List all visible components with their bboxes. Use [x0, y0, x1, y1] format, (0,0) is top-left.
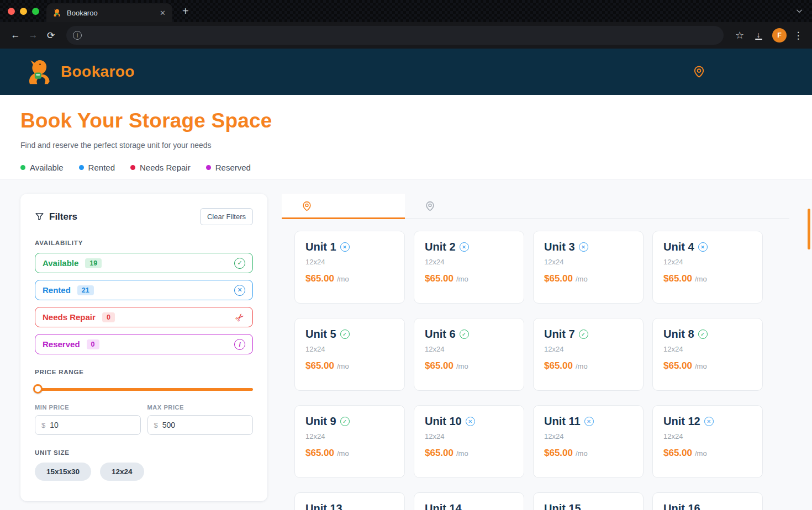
minimize-window-button[interactable] — [20, 8, 27, 15]
bookmark-star-icon[interactable]: ☆ — [730, 29, 749, 41]
filter-option-label: Needs Repair — [43, 312, 96, 322]
max-price-field[interactable]: $ — [147, 415, 254, 435]
unit-status-icon: ✓ — [340, 417, 350, 426]
unit-card[interactable]: Unit 15 — [533, 492, 644, 510]
unit-status-icon: ✓ — [460, 330, 469, 339]
unit-price-period: /mo — [337, 362, 349, 370]
unit-price-period: /mo — [337, 449, 349, 458]
filter-option[interactable]: Reserved 0 i — [35, 334, 253, 354]
legend-item: Available — [20, 163, 64, 172]
status-legend: Available Rented Needs Repair Reserved — [20, 163, 792, 172]
unit-price: $65.00 — [305, 360, 334, 371]
unit-status-icon: ✕ — [466, 417, 475, 426]
unit-card[interactable]: Unit 9 ✓ 12x24 $65.00 /mo — [294, 405, 405, 478]
unit-name: Unit 13 — [305, 502, 342, 510]
unit-card[interactable]: Unit 8 ✓ 12x24 $65.00 /mo — [652, 318, 763, 391]
tab-map-view[interactable] — [405, 194, 528, 218]
back-icon[interactable]: ← — [7, 30, 24, 41]
unit-card[interactable]: Unit 2 ✕ 12x24 $65.00 /mo — [414, 231, 524, 304]
unit-name: Unit 6 — [425, 328, 456, 341]
site-info-icon[interactable]: i — [73, 31, 82, 40]
unit-name: Unit 1 — [305, 241, 336, 253]
unit-card[interactable]: Unit 6 ✓ 12x24 $65.00 /mo — [414, 318, 524, 391]
unit-name: Unit 10 — [425, 415, 462, 428]
unit-size: 12x24 — [544, 258, 632, 266]
unit-price-period: /mo — [456, 275, 468, 283]
unit-card[interactable]: Unit 13 — [294, 492, 405, 510]
unit-size: 12x24 — [425, 258, 513, 266]
legend-dot — [20, 165, 25, 170]
unit-card[interactable]: Unit 16 — [652, 492, 763, 510]
unit-card[interactable]: Unit 5 ✓ 12x24 $65.00 /mo — [294, 318, 405, 391]
filter-option[interactable]: Available 19 ✓ — [35, 253, 253, 273]
filter-count-badge: 19 — [85, 258, 102, 268]
unit-card[interactable]: Unit 14 — [414, 492, 524, 510]
brand-logo[interactable]: Bookaroo — [27, 59, 135, 85]
unit-name: Unit 9 — [305, 415, 336, 428]
filter-count-badge: 0 — [102, 312, 115, 322]
location-pin-icon[interactable] — [693, 66, 705, 78]
unit-status-icon: ✓ — [579, 330, 588, 339]
slider-handle[interactable] — [33, 384, 43, 394]
browser-tab[interactable]: Bookaroo ✕ — [46, 3, 172, 22]
unit-card[interactable]: Unit 3 ✕ 12x24 $65.00 /mo — [533, 231, 644, 304]
unit-price: $65.00 — [544, 273, 573, 284]
unit-card[interactable]: Unit 7 ✓ 12x24 $65.00 /mo — [533, 318, 644, 391]
unit-size: 12x24 — [663, 258, 752, 266]
max-price-group: MAX PRICE $ — [147, 404, 254, 435]
forward-icon[interactable]: → — [24, 30, 42, 41]
browser-menu-icon[interactable]: ⋮ — [791, 30, 805, 41]
unit-price: $65.00 — [425, 448, 454, 459]
filters-panel: Filters Clear Filters AVAILABILITY Avail… — [20, 194, 267, 501]
unit-name: Unit 5 — [305, 328, 336, 341]
unit-card[interactable]: Unit 12 ✕ 12x24 $65.00 /mo — [652, 405, 763, 478]
unit-size-pill[interactable]: 15x15x30 — [35, 463, 91, 481]
address-bar[interactable]: i — [66, 26, 724, 45]
unit-status-icon: ✕ — [704, 417, 714, 426]
unit-price: $65.00 — [663, 448, 692, 459]
chevron-down-icon[interactable] — [795, 7, 803, 15]
filter-option[interactable]: Needs Repair 0 ✂ — [35, 307, 253, 327]
currency-symbol: $ — [35, 421, 50, 429]
unit-name: Unit 2 — [425, 241, 456, 253]
brand-name: Bookaroo — [61, 63, 135, 81]
unit-card[interactable]: Unit 10 ✕ 12x24 $65.00 /mo — [414, 405, 524, 478]
unit-card[interactable]: Unit 1 ✕ 12x24 $65.00 /mo — [294, 231, 405, 304]
legend-label: Needs Repair — [140, 163, 191, 172]
unit-size: 12x24 — [544, 432, 632, 440]
scrollbar-thumb[interactable] — [808, 209, 810, 249]
unit-card[interactable]: Unit 11 ✕ 12x24 $65.00 /mo — [533, 405, 644, 478]
browser-navbar: ← → ⟳ i ☆ ↓ F ⋮ — [0, 22, 812, 49]
downloads-icon[interactable]: ↓ — [749, 31, 768, 40]
unit-size: 12x24 — [544, 345, 632, 353]
slider-track[interactable] — [35, 388, 253, 391]
unit-size-label: UNIT SIZE — [35, 449, 253, 456]
min-price-input[interactable] — [50, 421, 140, 429]
close-tab-icon[interactable]: ✕ — [160, 9, 166, 17]
max-price-label: MAX PRICE — [147, 404, 254, 411]
unit-name: Unit 14 — [425, 502, 462, 510]
unit-price-period: /mo — [695, 449, 707, 458]
unit-status-icon: ✕ — [579, 242, 588, 252]
unit-status-icon: ✕ — [340, 242, 350, 252]
unit-size: 12x24 — [305, 432, 394, 440]
min-price-field[interactable]: $ — [35, 415, 141, 435]
filter-count-badge: 0 — [87, 339, 99, 349]
profile-avatar[interactable]: F — [772, 28, 787, 42]
tab-units-view[interactable] — [282, 194, 405, 218]
unit-name: Unit 8 — [663, 328, 694, 341]
maximize-window-button[interactable] — [32, 8, 39, 15]
unit-size-pill[interactable]: 12x24 — [100, 463, 144, 481]
filter-option[interactable]: Rented 21 ✕ — [35, 280, 253, 300]
reload-icon[interactable]: ⟳ — [42, 30, 60, 41]
new-tab-button[interactable]: + — [182, 5, 189, 18]
currency-symbol: $ — [148, 421, 162, 429]
min-price-label: MIN PRICE — [35, 404, 141, 411]
unit-price: $65.00 — [544, 360, 573, 371]
price-range-slider[interactable] — [35, 384, 253, 394]
max-price-input[interactable] — [162, 421, 252, 429]
unit-size: 12x24 — [305, 258, 394, 266]
clear-filters-button[interactable]: Clear Filters — [200, 208, 253, 225]
unit-card[interactable]: Unit 4 ✕ 12x24 $65.00 /mo — [652, 231, 763, 304]
close-window-button[interactable] — [8, 8, 15, 15]
